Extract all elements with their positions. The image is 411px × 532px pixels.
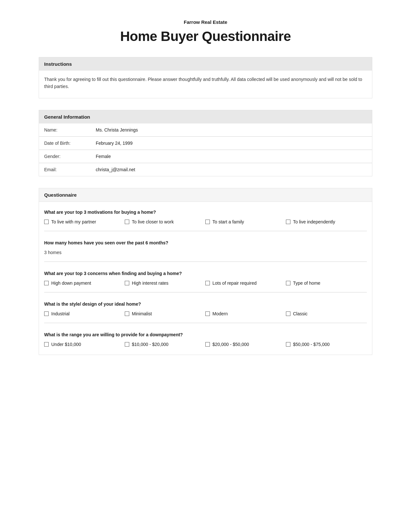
checkbox-label: Modern	[212, 311, 228, 316]
checkbox-label: Under $10,000	[51, 342, 81, 347]
checkbox-box[interactable]	[44, 220, 49, 224]
question-label-q1: What are your top 3 motivations for buyi…	[44, 210, 367, 215]
checkbox-item[interactable]: Type of home	[286, 281, 367, 286]
checkbox-item[interactable]: Classic	[286, 311, 367, 316]
checkbox-box[interactable]	[205, 281, 210, 285]
instructions-heading: Instructions	[39, 57, 372, 71]
field-label: Name:	[39, 123, 91, 137]
field-label: Gender:	[39, 150, 91, 163]
checkbox-item[interactable]: To live independently	[286, 219, 367, 224]
checkbox-label: Classic	[293, 311, 308, 316]
field-value: Female	[91, 150, 372, 163]
general-info-section: General Information Name: Ms. Christa Je…	[39, 110, 372, 176]
checkbox-box[interactable]	[286, 281, 290, 285]
company-name: Farrow Real Estate	[39, 19, 372, 25]
question-block-q3: What are your top 3 concerns when findin…	[44, 271, 367, 292]
checkbox-row-q4: Industrial Minimalist Modern Classic	[44, 311, 367, 316]
checkbox-label: $50,000 - $75,000	[293, 342, 330, 347]
checkbox-item[interactable]: High interest rates	[125, 281, 205, 286]
info-row: Email: christa_j@zmail.net	[39, 163, 372, 176]
checkbox-label: To live independently	[293, 219, 335, 224]
info-row: Date of Birth: February 24, 1999	[39, 136, 372, 150]
checkbox-label: Industrial	[51, 311, 70, 316]
checkbox-item[interactable]: High down payment	[44, 281, 125, 286]
checkbox-label: High interest rates	[132, 281, 169, 286]
instructions-section: Instructions Thank you for agreeing to f…	[39, 57, 372, 98]
checkbox-row-q5: Under $10,000 $10,000 - $20,000 $20,000 …	[44, 342, 367, 347]
info-row: Name: Ms. Christa Jennings	[39, 123, 372, 137]
checkbox-box[interactable]	[286, 311, 290, 316]
checkbox-item[interactable]: Industrial	[44, 311, 125, 316]
question-block-q4: What is the style/ design of your ideal …	[44, 301, 367, 323]
info-row: Gender: Female	[39, 150, 372, 163]
checkbox-label: To live with my partner	[51, 219, 96, 224]
question-block-q5: What is the range you are willing to pro…	[44, 332, 367, 347]
field-value: Ms. Christa Jennings	[91, 123, 372, 137]
checkbox-item[interactable]: Modern	[205, 311, 286, 316]
field-label: Date of Birth:	[39, 136, 91, 150]
checkbox-box[interactable]	[205, 220, 210, 224]
checkbox-box[interactable]	[44, 311, 49, 316]
answer-text-q2: 3 homes	[44, 250, 367, 255]
checkbox-label: Type of home	[293, 281, 320, 286]
checkbox-item[interactable]: To live closer to work	[125, 219, 205, 224]
checkbox-box[interactable]	[125, 281, 129, 285]
checkbox-item[interactable]: Minimalist	[125, 311, 205, 316]
field-value: christa_j@zmail.net	[91, 163, 372, 176]
general-info-heading: General Information	[39, 110, 372, 123]
instructions-body: Thank you for agreeing to fill out this …	[39, 71, 372, 98]
checkbox-box[interactable]	[44, 281, 49, 285]
question-label-q3: What are your top 3 concerns when findin…	[44, 271, 367, 276]
checkbox-box[interactable]	[286, 220, 290, 224]
questionnaire-body: What are your top 3 motivations for buyi…	[39, 202, 372, 355]
checkbox-item[interactable]: To live with my partner	[44, 219, 125, 224]
checkbox-box[interactable]	[205, 342, 210, 347]
questionnaire-section: Questionnaire What are your top 3 motiva…	[39, 188, 372, 355]
checkbox-label: To start a family	[212, 219, 244, 224]
checkbox-label: Minimalist	[132, 311, 152, 316]
question-block-q1: What are your top 3 motivations for buyi…	[44, 210, 367, 231]
checkbox-label: $10,000 - $20,000	[132, 342, 169, 347]
checkbox-box[interactable]	[125, 220, 129, 224]
question-label-q5: What is the range you are willing to pro…	[44, 332, 367, 337]
checkbox-label: To live closer to work	[132, 219, 174, 224]
field-value: February 24, 1999	[91, 136, 372, 150]
checkbox-box[interactable]	[125, 311, 129, 316]
field-label: Email:	[39, 163, 91, 176]
checkbox-box[interactable]	[44, 342, 49, 347]
checkbox-box[interactable]	[205, 311, 210, 316]
question-label-q4: What is the style/ design of your ideal …	[44, 301, 367, 307]
info-table: Name: Ms. Christa Jennings Date of Birth…	[39, 123, 372, 176]
checkbox-item[interactable]: $50,000 - $75,000	[286, 342, 367, 347]
question-block-q2: How many homes have you seen over the pa…	[44, 240, 367, 262]
checkbox-label: Lots of repair required	[212, 281, 257, 286]
checkbox-row-q3: High down payment High interest rates Lo…	[44, 281, 367, 286]
checkbox-label: High down payment	[51, 281, 91, 286]
checkbox-box[interactable]	[125, 342, 129, 347]
question-label-q2: How many homes have you seen over the pa…	[44, 240, 367, 245]
checkbox-item[interactable]: To start a family	[205, 219, 286, 224]
questionnaire-heading: Questionnaire	[39, 188, 372, 202]
checkbox-item[interactable]: $10,000 - $20,000	[125, 342, 205, 347]
checkbox-label: $20,000 - $50,000	[212, 342, 249, 347]
checkbox-item[interactable]: Under $10,000	[44, 342, 125, 347]
checkbox-row-q1: To live with my partner To live closer t…	[44, 219, 367, 224]
checkbox-item[interactable]: Lots of repair required	[205, 281, 286, 286]
checkbox-box[interactable]	[286, 342, 290, 347]
page-title: Home Buyer Questionnaire	[39, 29, 372, 44]
checkbox-item[interactable]: $20,000 - $50,000	[205, 342, 286, 347]
